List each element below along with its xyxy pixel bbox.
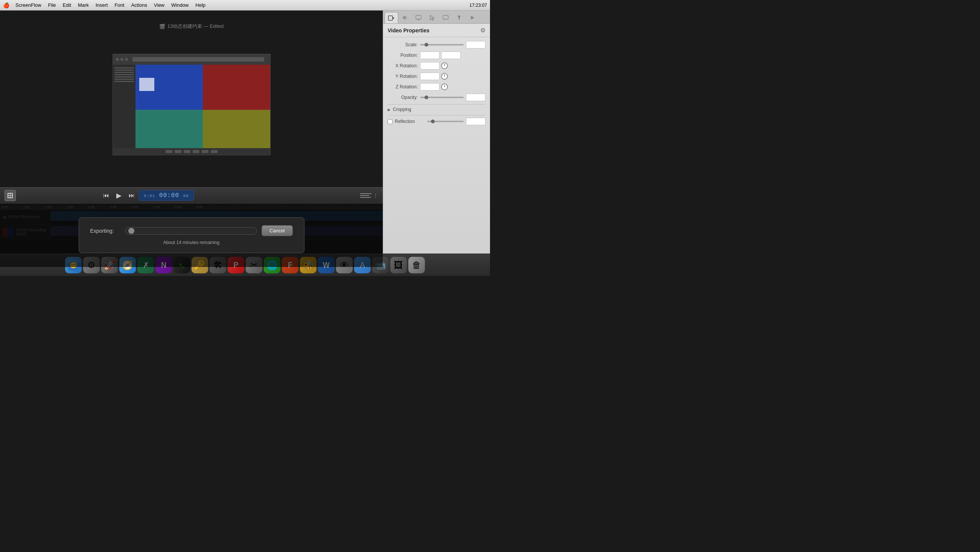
xrotation-dial[interactable] — [441, 62, 448, 69]
menu-actions[interactable]: Actions — [128, 2, 150, 9]
timecode-display: 0:01 00:00 00 — [139, 190, 194, 201]
menu-bar-right: 17:23:07 — [469, 3, 487, 8]
menu-window[interactable]: Window — [168, 2, 192, 9]
cropping-row: ▶ Cropping — [388, 107, 485, 112]
video-bottom-bar — [113, 148, 270, 155]
xrotation-row: X Rotation: — [388, 62, 485, 70]
position-x-input[interactable] — [420, 52, 439, 59]
menu-edit[interactable]: Edit — [60, 2, 74, 9]
tab-text[interactable]: T — [452, 12, 466, 23]
yrotation-row: Y Rotation: — [388, 73, 485, 80]
rewind-button[interactable]: ⏮ — [100, 190, 112, 201]
menu-insert[interactable]: Insert — [92, 2, 111, 9]
sidebar-line-6 — [115, 79, 134, 80]
menu-font[interactable]: Font — [111, 2, 127, 9]
timecode-main: 00:00 — [159, 192, 179, 199]
cropping-expand-icon[interactable]: ▶ — [388, 108, 391, 112]
export-label: Exporting: — [90, 228, 121, 234]
xrotation-label: X Rotation: — [388, 63, 418, 68]
reflection-slider[interactable] — [427, 119, 464, 124]
bottom-bar-dot-1 — [165, 150, 172, 153]
yrotation-input[interactable] — [420, 73, 439, 80]
panel-settings-icon[interactable]: ⚙ — [480, 27, 485, 34]
zrotation-input[interactable] — [420, 83, 439, 90]
svg-rect-9 — [443, 16, 448, 19]
reflection-row: Reflection — [388, 118, 485, 125]
window-title: 13动态创建约束 — Edited — [167, 23, 224, 30]
menu-help[interactable]: Help — [192, 2, 208, 9]
progress-indicator — [128, 228, 134, 234]
zoom-line-3 — [360, 197, 371, 198]
divider-1 — [388, 104, 485, 105]
opacity-label: Opacity: — [388, 95, 418, 100]
export-overlay: Exporting: Cancel About 14 minutes remai… — [0, 203, 383, 267]
xrotation-input[interactable] — [420, 62, 439, 70]
sidebar-line-3 — [115, 72, 134, 73]
white-square-overlay — [139, 78, 154, 91]
video-browser-content — [113, 65, 270, 155]
menu-view[interactable]: View — [151, 2, 167, 9]
sidebar-line-2 — [115, 70, 134, 71]
tab-audio[interactable] — [398, 12, 412, 23]
dock-icon-photos[interactable]: 🖼 — [390, 257, 407, 273]
tab-cursor[interactable] — [425, 12, 439, 23]
export-row: Exporting: Cancel — [90, 225, 293, 236]
menu-bar: 🍎 ScreenFlow File Edit Mark Insert Font … — [0, 0, 490, 11]
browser-dot-1 — [116, 58, 119, 61]
time-remaining: About 14 minutes remaining — [163, 240, 220, 245]
scale-slider[interactable] — [420, 42, 464, 48]
system-time: 17:23:07 — [469, 3, 487, 8]
reflection-input[interactable] — [466, 118, 485, 125]
tab-video[interactable] — [385, 12, 398, 23]
position-input-pair — [420, 52, 461, 59]
reflection-slider-thumb[interactable] — [431, 120, 435, 123]
tab-screen[interactable] — [412, 12, 425, 23]
zoom-line-1 — [360, 193, 371, 194]
fastforward-button[interactable]: ⏭ — [126, 190, 137, 201]
menu-mark[interactable]: Mark — [75, 2, 92, 9]
opacity-input[interactable] — [466, 94, 485, 101]
yrotation-dial[interactable] — [441, 73, 448, 80]
browser-dot-2 — [121, 58, 123, 61]
cancel-export-button[interactable]: Cancel — [262, 225, 293, 236]
reflection-label: Reflection — [395, 119, 425, 124]
window-title-bar: 🎬 13动态创建约束 — Edited — [159, 23, 224, 30]
zoom-lines-icon — [360, 193, 371, 198]
opacity-slider[interactable] — [420, 95, 464, 100]
menu-screenflow[interactable]: ScreenFlow — [13, 2, 45, 9]
reflection-checkbox[interactable] — [388, 119, 393, 124]
scale-input[interactable] — [466, 41, 485, 49]
panel-content: Scale: Position: X Rotation: — [383, 37, 490, 255]
sidebar-line-7 — [115, 81, 134, 82]
scale-slider-thumb[interactable] — [425, 43, 428, 47]
play-button[interactable]: ▶ — [113, 190, 124, 201]
crop-button[interactable] — [5, 190, 16, 201]
video-canvas — [113, 54, 270, 155]
sidebar-line-5 — [115, 76, 134, 78]
divider-2 — [388, 115, 485, 116]
main-layout: 🎬 13动态创建约束 — Edited — [0, 11, 490, 276]
svg-rect-3 — [388, 16, 393, 20]
position-y-input[interactable] — [441, 52, 461, 59]
transport-controls: ⏮ ▶ ⏭ 0:01 00:00 00 — [100, 190, 194, 201]
opacity-row: Opacity: — [388, 94, 485, 101]
svg-marker-4 — [393, 17, 395, 19]
apple-menu[interactable]: 🍎 — [3, 2, 10, 8]
opacity-slider-thumb[interactable] — [425, 95, 428, 99]
tab-actions[interactable] — [466, 12, 479, 23]
color-block-blue — [135, 65, 203, 110]
scale-row: Scale: — [388, 41, 485, 49]
zoom-line-2 — [360, 195, 369, 196]
zoom-menu-icon[interactable]: ⋮ — [373, 192, 378, 198]
zrotation-input-group — [420, 83, 448, 90]
tab-callout[interactable] — [439, 12, 452, 23]
panel-title-bar: Video Properties ⚙ — [383, 24, 490, 37]
bottom-bar-dot-4 — [192, 150, 199, 153]
svg-marker-11 — [471, 16, 474, 19]
right-panel: T Video Properties ⚙ Scale: — [383, 11, 490, 276]
position-row: Position: — [388, 52, 485, 59]
video-area: 🎬 13动态创建约束 — Edited — [0, 11, 383, 276]
dock-icon-trash[interactable]: 🗑 — [408, 257, 425, 273]
zrotation-dial[interactable] — [441, 84, 448, 90]
menu-file[interactable]: File — [45, 2, 59, 9]
